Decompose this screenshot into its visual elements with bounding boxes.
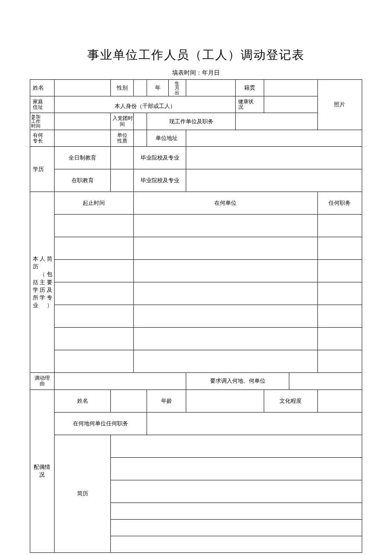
field-join-work[interactable]: [54, 113, 110, 130]
resume-unit-1[interactable]: [134, 215, 318, 237]
field-fulltime[interactable]: [111, 147, 134, 169]
label-culture-level: 文化程度: [264, 389, 317, 412]
resume-pos-4[interactable]: [317, 282, 362, 305]
registration-form: 姓名 性别 年 生 月 出 籍贯 照片 家庭 住址 本人身份（干部或工人） 健康…: [30, 79, 362, 553]
label-home-address: 家庭 住址: [30, 96, 55, 113]
label-any-position: 任何职务: [317, 192, 362, 215]
label-at-unit: 在何单位: [134, 192, 318, 215]
spouse-resume-1[interactable]: [111, 435, 362, 457]
label-fulltime: 全日制教育: [54, 147, 110, 169]
field-health[interactable]: [264, 96, 317, 113]
field-culture-level[interactable]: [317, 389, 362, 412]
label-period: 起止时间: [54, 192, 133, 215]
resume-unit-3[interactable]: [134, 260, 318, 282]
resume-pos-3[interactable]: [317, 260, 362, 282]
field-spouse-name[interactable]: [111, 389, 147, 412]
label-speciality: 有何 专长: [30, 130, 55, 146]
field-speciality[interactable]: [54, 130, 110, 146]
resume-period-7[interactable]: [54, 350, 133, 373]
label-request-unit: 要求调入何地、何单位: [186, 373, 289, 389]
spouse-resume-5[interactable]: [111, 519, 362, 536]
label-native-place: 籍贯: [236, 80, 264, 96]
label-gender: 性别: [111, 80, 134, 96]
label-birth-year: 年: [147, 80, 169, 96]
resume-unit-7[interactable]: [134, 350, 318, 373]
label-party-time: 入党团时 间: [111, 113, 134, 130]
label-spouse-resume: 简历: [54, 435, 110, 552]
resume-pos-5[interactable]: [317, 305, 362, 328]
label-current-unit: 现工作单位及职务: [147, 113, 236, 130]
label-transfer-reason: 调动理 由: [30, 373, 55, 389]
field-request-unit[interactable]: [289, 373, 362, 389]
resume-period-5[interactable]: [54, 305, 133, 328]
resume-period-4[interactable]: [54, 282, 133, 305]
resume-period-3[interactable]: [54, 260, 133, 282]
spouse-resume-4[interactable]: [111, 503, 362, 519]
spouse-resume-3[interactable]: [111, 480, 362, 503]
label-identity: 本人身份（干部或工人）: [54, 96, 235, 113]
field-grad-school-2[interactable]: [186, 169, 362, 192]
field-unit-address[interactable]: [186, 130, 362, 146]
label-education: 学历: [30, 147, 55, 192]
page-title: 事业单位工作人员（工人）调动登记表: [30, 47, 362, 63]
field-unit-nature[interactable]: [134, 130, 147, 146]
label-resume: 本人简 历 （包 括主要 学历及 所学专 业）: [30, 192, 55, 373]
resume-pos-1[interactable]: [317, 215, 362, 237]
field-native-place[interactable]: [264, 80, 317, 96]
resume-unit-6[interactable]: [134, 328, 318, 350]
field-name[interactable]: [54, 80, 110, 96]
spouse-resume-2[interactable]: [111, 457, 362, 480]
resume-pos-6[interactable]: [317, 328, 362, 350]
label-unit-address: 单位地址: [147, 130, 186, 146]
label-birth-month: 生 月 出: [168, 80, 186, 96]
resume-unit-5[interactable]: [134, 305, 318, 328]
field-grad-school-1[interactable]: [186, 147, 362, 169]
label-spouse-name: 姓名: [54, 389, 110, 412]
spouse-resume-6[interactable]: [111, 536, 362, 552]
label-join-work: 参加 工作 时间: [30, 113, 55, 130]
field-spouse-unit[interactable]: [147, 412, 362, 435]
resume-pos-2[interactable]: [317, 237, 362, 260]
fill-date: 填表时间：年月日: [30, 69, 362, 77]
label-grad-school-1: 毕业院校及专业: [134, 147, 186, 169]
field-transfer-reason[interactable]: [54, 373, 186, 389]
field-birth[interactable]: [186, 80, 236, 96]
resume-pos-7[interactable]: [317, 350, 362, 373]
label-onjob: 在职教育: [54, 169, 110, 192]
field-onjob[interactable]: [111, 169, 134, 192]
field-current-unit[interactable]: [236, 113, 317, 130]
label-grad-school-2: 毕业院校及专业: [134, 169, 186, 192]
field-gender[interactable]: [134, 80, 147, 96]
resume-period-6[interactable]: [54, 328, 133, 350]
label-spouse-unit: 在何地何单位任何职务: [54, 412, 147, 435]
label-spouse-age: 年龄: [147, 389, 186, 412]
resume-period-2[interactable]: [54, 237, 133, 260]
field-spouse-age[interactable]: [186, 389, 264, 412]
label-health: 健康状 况: [236, 96, 264, 113]
resume-unit-4[interactable]: [134, 282, 318, 305]
label-unit-nature: 单位 性质: [111, 130, 134, 146]
label-name: 姓名: [30, 80, 55, 96]
resume-unit-2[interactable]: [134, 237, 318, 260]
resume-period-1[interactable]: [54, 215, 133, 237]
photo-area: 照片: [317, 80, 362, 130]
field-party-time[interactable]: [134, 113, 147, 130]
label-spouse: 配偶情 况: [30, 389, 55, 552]
